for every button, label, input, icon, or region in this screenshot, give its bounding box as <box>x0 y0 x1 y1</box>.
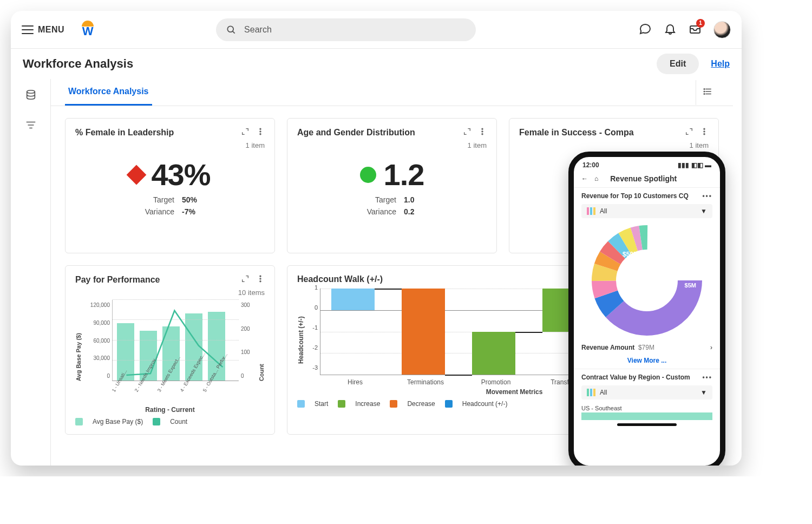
phone-chart1-title: Revenue for Top 10 Customers CQ <box>581 192 689 200</box>
donut-small-label: $5M <box>685 282 696 289</box>
svg-point-14 <box>260 131 261 132</box>
card-title: Headcount Walk (+/-) <box>297 274 383 284</box>
revenue-amount-row[interactable]: Revenue Amount $79M › <box>581 339 712 353</box>
svg-point-19 <box>704 128 705 129</box>
inbox-icon[interactable]: 1 <box>689 22 702 37</box>
bell-icon[interactable] <box>664 22 677 37</box>
view-list-icon[interactable] <box>696 80 719 105</box>
item-count: 1 item <box>519 141 709 149</box>
legend: Avg Base Pay ($) Count <box>75 418 265 425</box>
svg-point-18 <box>482 134 483 135</box>
filter-icon[interactable] <box>25 119 37 133</box>
topbar-actions: 1 <box>639 21 731 38</box>
phone-filter-dropdown-2[interactable]: All ▼ <box>581 385 712 399</box>
svg-point-16 <box>482 128 483 129</box>
chevron-down-icon: ▼ <box>700 389 707 396</box>
hamburger-icon <box>22 25 34 34</box>
app-window: MENU W Search 1 Workforce Analysis Edit … <box>11 11 742 466</box>
wf-bar-hires <box>331 289 375 310</box>
menu-label: MENU <box>38 25 64 35</box>
item-count: 10 items <box>75 289 265 297</box>
more-icon[interactable] <box>256 274 265 285</box>
expand-icon[interactable] <box>463 127 472 138</box>
y-left-ticks: 120,00090,00060,00030,0000 <box>82 300 112 381</box>
svg-point-11 <box>704 91 705 92</box>
search-input[interactable]: Search <box>216 18 476 41</box>
more-icon[interactable] <box>700 127 709 138</box>
card-female-leadership: % Female in Leadership 1 item 43% Target… <box>65 118 275 253</box>
svg-point-22 <box>260 276 261 277</box>
y-right-ticks: 3002001000 <box>239 300 258 381</box>
page-header: Workforce Analysis Edit Help <box>11 49 742 79</box>
svg-point-20 <box>704 131 705 132</box>
wf-bar-promotion <box>472 332 515 375</box>
phone-statusbar: 12:00 ▮▮▮ ◧◧ ▬ <box>574 157 720 173</box>
phone-nav: ← ⌂ Revenue Spotlight <box>574 173 720 188</box>
expand-icon[interactable] <box>241 127 250 138</box>
phone-filter-dropdown[interactable]: All ▼ <box>581 204 712 218</box>
svg-point-15 <box>260 134 261 135</box>
status-circle-icon <box>360 167 376 183</box>
card-title: Pay for Performance <box>75 275 160 285</box>
y-axis-label: Headcount (+/-) <box>297 284 305 396</box>
svg-point-0 <box>227 26 233 32</box>
y-left-axis-label: Avg Base Pay ($) <box>75 300 82 381</box>
card-age-gender: Age and Gender Distribution 1 item 1.2 T… <box>287 118 497 253</box>
status-diamond-icon <box>127 165 147 185</box>
item-count: 1 item <box>75 141 265 149</box>
card-title: Female in Success - Compa <box>519 128 634 137</box>
back-icon[interactable]: ← <box>581 175 588 182</box>
more-icon[interactable] <box>478 127 487 138</box>
phone-section-bottom: Contract Value by Region - Custom ••• Al… <box>574 369 720 430</box>
search-icon <box>226 24 237 35</box>
data-source-icon[interactable] <box>25 89 37 103</box>
menu-button[interactable]: MENU <box>22 25 64 35</box>
svg-point-21 <box>704 134 705 135</box>
view-more-link[interactable]: View More ... <box>581 357 712 364</box>
chat-icon[interactable] <box>639 22 652 37</box>
brand-logo[interactable]: W <box>78 21 97 39</box>
avatar[interactable] <box>713 21 731 38</box>
tabs-row: Workforce Analysis <box>51 79 733 106</box>
region-bars: US - Southeast <box>581 405 712 420</box>
bar-label: US - Southeast <box>581 405 712 411</box>
search-placeholder: Search <box>244 25 272 35</box>
phone-chart2-title: Contract Value by Region - Custom <box>581 374 690 381</box>
svg-point-24 <box>260 281 261 282</box>
home-indicator <box>617 423 677 426</box>
card-title: % Female in Leadership <box>75 128 174 137</box>
phone-status-icons: ▮▮▮ ◧◧ ▬ <box>678 161 711 169</box>
more-icon[interactable]: ••• <box>702 192 712 200</box>
topbar: MENU W Search 1 <box>11 11 742 49</box>
card-pay-performance: Pay for Performance 10 items Avg Base Pa… <box>65 265 275 435</box>
more-icon[interactable] <box>256 127 265 138</box>
home-icon[interactable]: ⌂ <box>594 175 598 182</box>
edit-button[interactable]: Edit <box>657 54 699 74</box>
svg-point-13 <box>260 128 261 129</box>
expand-icon[interactable] <box>685 127 693 138</box>
page-title: Workforce Analysis <box>23 57 133 71</box>
phone-section-top: Revenue for Top 10 Customers CQ ••• All … <box>574 188 720 369</box>
chevron-right-icon: › <box>710 344 712 351</box>
wf-bar-terminations <box>402 289 445 375</box>
kpi-value: 1.2 <box>384 157 424 192</box>
phone-mock: 12:00 ▮▮▮ ◧◧ ▬ ← ⌂ Revenue Spotlight Rev… <box>568 152 725 466</box>
tab-workforce-analysis[interactable]: Workforce Analysis <box>65 79 152 106</box>
svg-point-23 <box>260 278 261 279</box>
phone-time: 12:00 <box>582 161 599 169</box>
chevron-down-icon: ▼ <box>700 207 707 215</box>
svg-point-12 <box>704 93 705 94</box>
expand-icon[interactable] <box>241 274 250 285</box>
svg-point-17 <box>482 131 483 132</box>
inbox-badge: 1 <box>696 19 705 28</box>
svg-point-3 <box>27 90 35 94</box>
svg-point-10 <box>704 88 705 89</box>
svg-line-1 <box>233 31 235 33</box>
donut-chart: $50M $5M <box>590 224 704 337</box>
y-right-axis-label: Count <box>258 300 265 381</box>
help-link[interactable]: Help <box>711 59 730 69</box>
more-icon[interactable]: ••• <box>702 374 712 381</box>
x-axis-title: Rating - Current <box>75 406 265 414</box>
donut-big-label: $50M <box>623 251 639 258</box>
phone-nav-title: Revenue Spotlight <box>610 174 677 183</box>
